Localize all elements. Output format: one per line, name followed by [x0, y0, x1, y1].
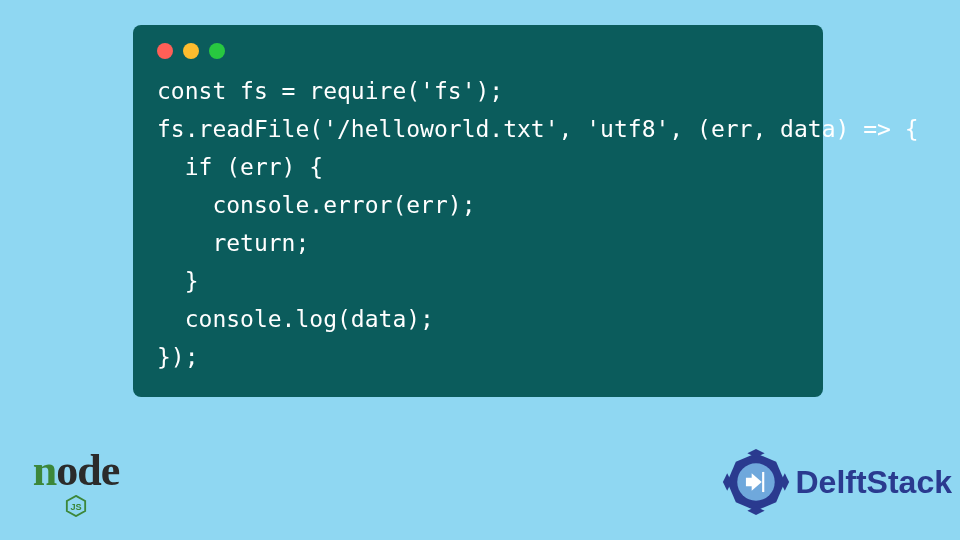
- code-line: const fs = require('fs');: [157, 78, 503, 104]
- code-line: fs.readFile('/helloworld.txt', 'utf8', (…: [157, 116, 919, 142]
- minimize-icon: [183, 43, 199, 59]
- code-line: if (err) {: [157, 154, 323, 180]
- nodejs-hexagon-icon: JS: [65, 495, 87, 517]
- window-traffic-lights: [157, 43, 799, 59]
- delftstack-badge-icon: [720, 446, 792, 518]
- delftstack-logo: DelftStack: [720, 446, 953, 518]
- delftstack-logo-text: DelftStack: [796, 464, 953, 501]
- svg-text:JS: JS: [70, 501, 81, 511]
- code-line: return;: [157, 230, 309, 256]
- code-line: }: [157, 268, 199, 294]
- close-icon: [157, 43, 173, 59]
- code-line: });: [157, 344, 199, 370]
- code-block: const fs = require('fs'); fs.readFile('/…: [157, 73, 799, 377]
- code-line: console.log(data);: [157, 306, 434, 332]
- code-line: console.error(err);: [157, 192, 476, 218]
- maximize-icon: [209, 43, 225, 59]
- code-window: const fs = require('fs'); fs.readFile('/…: [133, 25, 823, 397]
- nodejs-logo: node JS: [6, 445, 146, 520]
- nodejs-logo-text: node: [33, 449, 119, 493]
